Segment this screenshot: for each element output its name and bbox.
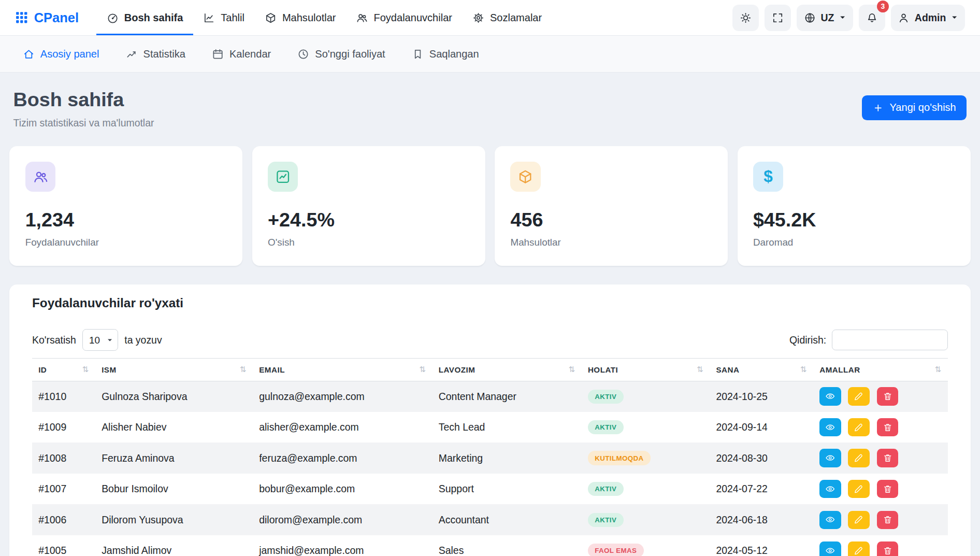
top-navbar: CPanel Bosh sahifa Tahlil Mahsulotlar Fo… (0, 0, 980, 36)
subnav-item-label: Kalendar (229, 48, 271, 60)
column-header-id[interactable]: ID⇅ (32, 359, 95, 381)
page-title: Bosh sahifa (13, 89, 154, 111)
edit-button[interactable] (848, 418, 869, 436)
main-nav: Bosh sahifa Tahlil Mahsulotlar Foydalanu… (96, 0, 552, 35)
table-row: #1009 Alisher Nabiev alisher@example.com… (32, 412, 948, 443)
cell-email: gulnoza@example.com (253, 381, 433, 412)
delete-button[interactable] (877, 511, 898, 529)
cell-status: AKTIV (582, 381, 710, 412)
stat-card-users: 1,234 Foydalanuvchilar (9, 146, 242, 266)
column-header-sana[interactable]: SANA⇅ (710, 359, 813, 381)
box-icon (265, 12, 277, 24)
page-size-select[interactable]: 10 (82, 329, 118, 350)
nav-item-sozlamalar[interactable]: Sozlamalar (462, 0, 552, 35)
table-row: #1006 Dilorom Yusupova dilorom@example.c… (32, 504, 948, 535)
table-row: #1008 Feruza Aminova feruza@example.com … (32, 443, 948, 474)
edit-button[interactable] (848, 511, 869, 529)
view-button[interactable] (819, 511, 841, 529)
column-header-holati[interactable]: HOLATI⇅ (582, 359, 710, 381)
add-new-label: Yangi qo'shish (889, 102, 956, 113)
nav-item-label: Mahsulotlar (282, 12, 336, 24)
edit-button[interactable] (848, 387, 869, 405)
brand[interactable]: CPanel (15, 0, 79, 35)
edit-button[interactable] (848, 480, 869, 498)
subnav-item-label: Statistika (143, 48, 185, 60)
subnav-item-asosiy-panel[interactable]: Asosiy panel (23, 48, 99, 60)
view-button[interactable] (819, 480, 841, 498)
sort-icon: ⇅ (568, 365, 575, 374)
stat-value: 456 (510, 209, 712, 231)
page-subtitle: Tizim statistikasi va ma'lumotlar (13, 117, 154, 129)
view-button[interactable] (819, 387, 841, 405)
edit-button[interactable] (848, 449, 869, 467)
cell-name: Jamshid Alimov (95, 535, 253, 556)
delete-button[interactable] (877, 449, 898, 467)
stat-value: +24.5% (268, 209, 469, 231)
column-header-ism[interactable]: ISM⇅ (95, 359, 253, 381)
bell-icon (866, 12, 878, 24)
stats-row: 1,234 Foydalanuvchilar +24.5% O'sish 456… (9, 146, 970, 266)
subnav-item-label: Asosiy panel (40, 48, 99, 60)
cell-email: feruza@example.com (253, 443, 433, 474)
home-icon (23, 48, 35, 60)
status-badge: KUTILMOQDA (588, 451, 651, 465)
cell-status: AKTIV (582, 474, 710, 505)
table-header-row: ID⇅ ISM⇅ EMAIL⇅ LAVOZIM⇅ HOLATI⇅ SANA⇅ A… (32, 359, 948, 381)
view-button[interactable] (819, 418, 841, 436)
cell-position: Support (433, 474, 582, 505)
cell-actions (813, 381, 948, 412)
cell-status: KUTILMOQDA (582, 443, 710, 474)
language-button[interactable]: UZ (797, 5, 853, 31)
column-header-email[interactable]: EMAIL⇅ (253, 359, 433, 381)
stat-label: Foydalanuvchilar (25, 237, 227, 248)
delete-button[interactable] (877, 387, 898, 405)
subnav-item-saqlangan[interactable]: Saqlangan (412, 48, 479, 60)
bookmark-icon (412, 48, 424, 60)
stat-label: Mahsulotlar (510, 237, 712, 248)
notifications-button[interactable]: 3 (859, 5, 885, 31)
calendar-icon (212, 48, 224, 60)
cell-position: Accountant (433, 504, 582, 535)
speedometer-icon (107, 12, 119, 24)
subnav-item-statistika[interactable]: Statistika (126, 48, 185, 60)
notification-badge: 3 (877, 1, 889, 12)
view-button[interactable] (819, 541, 841, 556)
cell-date: 2024-07-22 (710, 474, 813, 505)
subnav-item-kalendar[interactable]: Kalendar (212, 48, 271, 60)
topbar-actions: UZ 3 Admin (732, 0, 965, 35)
subnav-item-songgi-faoliyat[interactable]: So'nggi faoliyat (297, 48, 385, 60)
fullscreen-button[interactable] (765, 5, 791, 31)
delete-button[interactable] (877, 541, 898, 556)
user-menu-button[interactable]: Admin (891, 5, 965, 31)
delete-button[interactable] (877, 418, 898, 436)
theme-toggle-button[interactable] (732, 5, 759, 31)
chevron-down-icon (951, 14, 958, 21)
cell-name: Dilorom Yusupova (95, 504, 253, 535)
cell-actions (813, 504, 948, 535)
cell-id: #1005 (32, 535, 95, 556)
nav-item-mahsulotlar[interactable]: Mahsulotlar (254, 0, 346, 35)
table-row: #1010 Gulnoza Sharipova gulnoza@example.… (32, 381, 948, 412)
cell-actions (813, 535, 948, 556)
column-header-lavozim[interactable]: LAVOZIM⇅ (433, 359, 582, 381)
delete-button[interactable] (877, 480, 898, 498)
search-input[interactable] (832, 330, 948, 350)
status-badge: AKTIV (588, 513, 624, 527)
cell-date: 2024-06-18 (710, 504, 813, 535)
nav-item-label: Sozlamalar (490, 12, 542, 24)
nav-item-bosh-sahifa[interactable]: Bosh sahifa (96, 0, 193, 35)
nav-item-tahlil[interactable]: Tahlil (193, 0, 255, 35)
nav-item-foydalanuvchilar[interactable]: Foydalanuvchilar (346, 0, 462, 35)
page-header: Bosh sahifa Tizim statistikasi va ma'lum… (9, 89, 970, 129)
main-content: Bosh sahifa Tizim statistikasi va ma'lum… (0, 73, 980, 556)
stat-label: Daromad (753, 237, 955, 248)
cell-id: #1010 (32, 381, 95, 412)
cell-position: Marketing (433, 443, 582, 474)
column-header-amallar[interactable]: AMALLAR⇅ (813, 359, 948, 381)
add-new-button[interactable]: Yangi qo'shish (862, 95, 967, 121)
cell-email: jamshid@example.com (253, 535, 433, 556)
cell-id: #1007 (32, 474, 95, 505)
edit-button[interactable] (848, 541, 869, 556)
dollar-icon: $ (763, 168, 773, 185)
view-button[interactable] (819, 449, 841, 467)
